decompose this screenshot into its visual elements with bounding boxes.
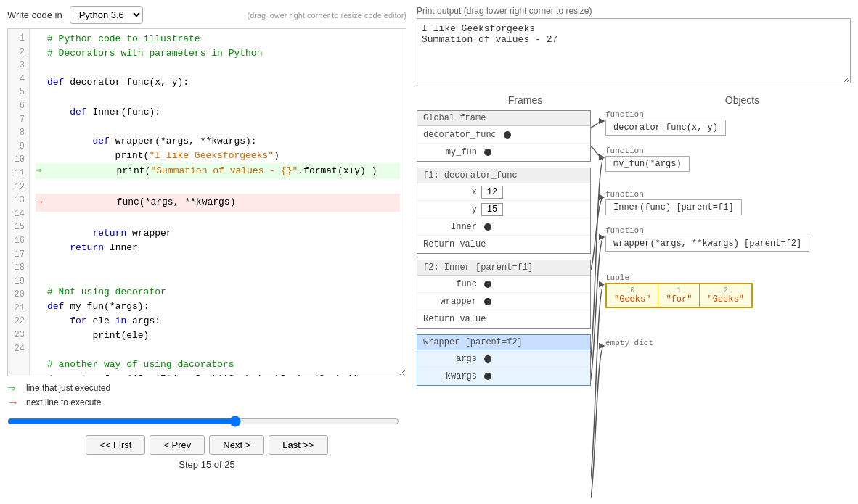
code-line	[36, 179, 400, 194]
code-line: def wrapper(*args, **kwargs):	[36, 134, 400, 149]
line-number: 22	[12, 315, 25, 329]
nav-buttons: << First < Prev Next > Last >>	[7, 435, 406, 455]
obj-box: Inner(func) [parent=f1]	[605, 199, 742, 215]
tuple-value: "Geeks"	[614, 294, 650, 305]
code-text: return wrapper	[47, 226, 172, 241]
line-number: 23	[12, 329, 25, 342]
next-button[interactable]: Next >	[209, 435, 264, 455]
no-arrow	[36, 329, 47, 343]
frame-box: wrapper [parent=f2]argskwargs	[417, 334, 591, 386]
code-line: def Inner(func):	[36, 105, 400, 120]
frame-var-value: 15	[481, 203, 503, 216]
drag-hint: (drag lower right corner to resize code …	[248, 11, 406, 20]
code-line: → func(*args, **kwargs)	[36, 194, 400, 212]
line-number: 4	[12, 73, 25, 86]
line-number: 24	[12, 342, 25, 356]
obj-box: my_fun(*args)	[605, 156, 690, 172]
line-number: 2	[12, 46, 25, 59]
frame-var-name: Return value	[423, 239, 490, 249]
code-text: func(*args, **kwargs)	[49, 195, 235, 210]
obj-box: decorator_func(x, y)	[605, 120, 726, 136]
code-text: def my_fun(*args):	[47, 299, 149, 314]
code-text: # Decorators with parameters in Python	[47, 46, 262, 61]
no-arrow	[36, 75, 47, 90]
frame-box: f2: Inner [parent=f1]funcwrapperReturn v…	[417, 260, 591, 329]
no-arrow	[36, 46, 47, 61]
code-editor[interactable]: 123456789101112131415161718192021222324 …	[7, 28, 406, 376]
frames-column: Global framedecorator_funcmy_funf1: deco…	[417, 110, 591, 498]
code-text: print("I like Geeksforgeeks")	[47, 149, 279, 163]
line-number: 12	[12, 181, 25, 194]
no-arrow	[36, 61, 47, 75]
code-line	[36, 255, 400, 270]
frame-var-name: y	[423, 205, 481, 215]
obj-label: empty dict	[605, 339, 653, 347]
right-panel: Print output (drag lower right corner to…	[414, 0, 858, 504]
tuple-value: "for"	[666, 294, 692, 305]
no-arrow	[36, 241, 47, 255]
tuple-cell: 2 "Geeks"	[700, 284, 751, 307]
code-line: # another way of using dacorators	[36, 358, 400, 372]
code-line: for ele in args:	[36, 314, 400, 329]
frame-row: func	[417, 276, 590, 293]
code-comment: # Not using decorator	[47, 286, 166, 297]
line-numbers: 123456789101112131415161718192021222324	[8, 29, 30, 376]
frame-dot	[484, 149, 491, 156]
frame-var-value: 12	[481, 186, 503, 199]
code-line: def my_fun(*args):	[36, 299, 400, 314]
step-info: Step 15 of 25	[7, 459, 406, 470]
obj-label: tuple	[605, 273, 753, 282]
step-slider[interactable]	[7, 416, 399, 427]
no-arrow	[36, 120, 47, 134]
objects-container: function decorator_func(x, y) function m…	[591, 110, 851, 498]
last-button[interactable]: Last >>	[269, 435, 327, 455]
no-arrow	[36, 32, 47, 46]
legend-green: ⇒ line that just executed	[7, 382, 406, 394]
no-arrow	[36, 105, 47, 120]
no-arrow	[36, 343, 47, 358]
code-line: def decorator_func(x, y):	[36, 75, 400, 90]
line-number: 13	[12, 194, 25, 207]
legend-red: → next line to execute	[7, 396, 406, 409]
obj-label: function	[605, 110, 726, 119]
no-arrow	[36, 149, 47, 163]
code-text: return Inner	[47, 241, 138, 255]
no-arrow	[36, 285, 47, 299]
line-number: 18	[12, 261, 25, 275]
frame-dot	[484, 281, 491, 288]
code-text: def decorator_func(x, y):	[47, 75, 189, 90]
write-code-header: Write code in Python 3.6 Python 2.7 Java…	[7, 6, 406, 24]
language-select[interactable]: Python 3.6 Python 2.7 Java C JavaScript	[70, 6, 143, 24]
line-number: 3	[12, 59, 25, 73]
object-item: function wrapper(*args, **kwargs) [paren…	[605, 226, 809, 252]
code-text: # another way of using dacorators	[47, 358, 234, 372]
frame-var-name: Inner	[423, 222, 481, 232]
prev-button[interactable]: < Prev	[150, 435, 205, 455]
code-text: def wrapper(*args, **kwargs):	[47, 134, 257, 149]
code-line: # Not using decorator	[36, 285, 400, 299]
object-item: tuple 0 "Geeks" 1 "for" 2 "Geeks"	[605, 273, 753, 308]
code-line: return Inner	[36, 241, 400, 255]
code-line: ⇒ print("Summation of values - {}".forma…	[36, 163, 400, 179]
obj-label: function	[605, 190, 742, 199]
tuple-index: 2	[707, 286, 743, 294]
output-box[interactable]	[417, 18, 851, 83]
frame-row: x12	[417, 183, 590, 201]
frame-var-name: func	[423, 279, 481, 289]
frame-row: Return value	[417, 236, 590, 253]
line-number: 8	[12, 126, 25, 140]
first-button[interactable]: << First	[86, 435, 145, 455]
left-panel: Write code in Python 3.6 Python 2.7 Java…	[0, 0, 414, 504]
green-arrow-icon: ⇒	[7, 382, 22, 394]
no-arrow	[36, 179, 47, 194]
tuple-cell: 0 "Geeks"	[607, 284, 658, 307]
object-item: function my_fun(*args)	[605, 146, 690, 172]
frame-dot	[484, 355, 491, 363]
code-line	[36, 270, 400, 284]
code-line	[36, 343, 400, 358]
no-arrow	[36, 314, 47, 329]
frame-header: wrapper [parent=f2]	[417, 335, 590, 350]
line-number: 7	[12, 113, 25, 127]
line-number: 14	[12, 207, 25, 221]
code-lines: # Python code to illustrate # Decorators…	[30, 29, 406, 376]
